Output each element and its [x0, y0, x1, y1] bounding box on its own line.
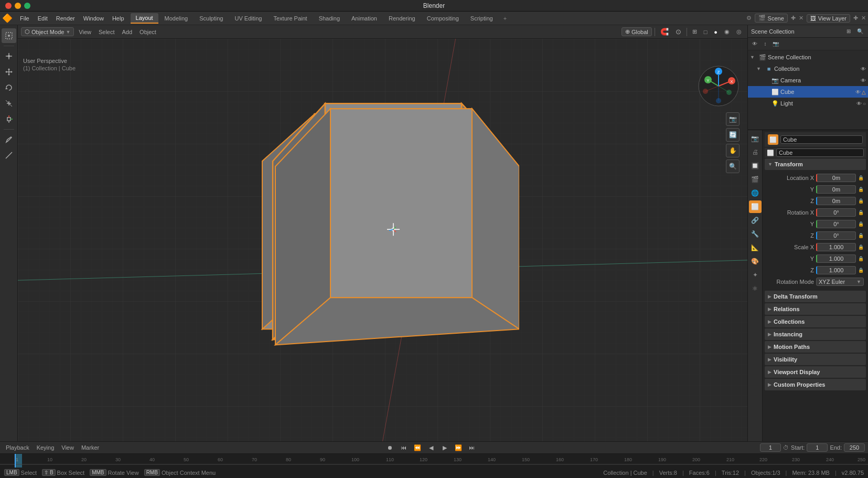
workspace-animation[interactable]: Animation	[346, 14, 382, 23]
scale-tool[interactable]	[2, 96, 16, 111]
menu-file[interactable]: File	[16, 14, 34, 23]
viewport-add-menu[interactable]: Add	[120, 28, 135, 36]
prop-physics-icon[interactable]: ⚛	[749, 282, 762, 295]
location-z-lock[interactable]: 🔒	[858, 198, 864, 204]
close-button[interactable]	[5, 3, 12, 9]
location-x-field[interactable]: 0m	[816, 174, 856, 182]
zoom-btn[interactable]: 🔍	[726, 160, 740, 173]
transform-orientation-selector[interactable]: ⊕ Global	[621, 27, 652, 36]
timeline-view-menu[interactable]: View	[59, 444, 77, 451]
scale-z-field[interactable]: 1.000	[816, 266, 856, 274]
orientation-gizmo[interactable]: X Y Z	[698, 65, 740, 107]
skip-start-btn[interactable]: ⏮	[398, 442, 410, 453]
workspace-rendering[interactable]: Rendering	[383, 14, 421, 23]
select-tool[interactable]	[2, 28, 16, 43]
workspace-shading[interactable]: Shading	[314, 14, 345, 23]
prop-material-icon[interactable]: 🎨	[749, 255, 762, 268]
visibility-header[interactable]: ▶ Visibility	[765, 354, 866, 365]
outliner-restrict-col[interactable]: 👁	[750, 39, 759, 49]
end-frame[interactable]: 250	[844, 443, 865, 452]
minimize-button[interactable]	[15, 3, 21, 9]
view-layer-new-icon[interactable]: ✚	[853, 15, 858, 22]
start-frame[interactable]: 1	[807, 443, 828, 452]
prop-scene-icon[interactable]: 🎬	[749, 173, 762, 186]
pan-btn[interactable]: ✋	[726, 144, 740, 157]
workspace-scripting[interactable]: Scripting	[465, 14, 498, 23]
prop-modifier-icon[interactable]: 🔧	[749, 228, 762, 240]
shading-render[interactable]: ◎	[734, 28, 744, 36]
collection-eye-btn[interactable]: 👁	[861, 66, 866, 72]
snap-btn[interactable]: 🧲	[658, 27, 671, 36]
next-frame-btn[interactable]: ⏩	[453, 442, 464, 453]
menu-window[interactable]: Window	[79, 14, 108, 23]
current-frame[interactable]: 1	[760, 443, 781, 452]
keying-menu[interactable]: Keying	[34, 444, 57, 451]
measure-tool[interactable]	[2, 148, 16, 163]
rotation-x-field[interactable]: 0°	[816, 208, 856, 217]
view-layer-selector[interactable]: 🖼 View Layer	[807, 14, 850, 23]
view-layer-del-icon[interactable]: ✕	[861, 15, 866, 22]
viewport-object-menu[interactable]: Object	[137, 28, 159, 36]
outliner-search-btn[interactable]: 🔍	[855, 27, 865, 36]
rotation-y-field[interactable]: 0°	[816, 220, 856, 228]
viewport-mode-selector[interactable]: ⬡ Object Mode ▼	[21, 27, 74, 36]
orbit-btn[interactable]: 🔄	[726, 128, 740, 142]
prop-output-icon[interactable]: 🖨	[749, 146, 762, 158]
timeline-ruler[interactable]: 1 10 20 30 40 50 60 70 80 90 100 110 120…	[0, 454, 868, 468]
transform-tool[interactable]	[2, 112, 16, 126]
record-btn[interactable]: ⏺	[384, 442, 396, 453]
timeline-marker-menu[interactable]: Marker	[79, 444, 102, 451]
outliner-restrict-sel[interactable]: ↕	[760, 39, 770, 49]
outliner-cube[interactable]: ⬜ Cube 👁 △	[748, 86, 868, 98]
location-y-field[interactable]: 0m	[816, 185, 856, 194]
location-x-lock[interactable]: 🔒	[858, 175, 864, 180]
location-z-field[interactable]: 0m	[816, 197, 856, 205]
timeline-cursor[interactable]	[15, 454, 16, 468]
proportional-btn[interactable]: ⊙	[673, 27, 684, 36]
annotate-tool[interactable]	[2, 132, 16, 147]
viewport-display-header[interactable]: ▶ Viewport Display	[765, 366, 866, 378]
workspace-texture-paint[interactable]: Texture Paint	[268, 14, 312, 23]
camera-eye-btn[interactable]: 👁	[861, 78, 866, 83]
workspace-uv-editing[interactable]: UV Editing	[229, 14, 267, 23]
collections-header[interactable]: ▶ Collections	[765, 316, 866, 327]
rotation-y-lock[interactable]: 🔒	[858, 221, 864, 227]
prop-data-icon[interactable]: 📐	[749, 241, 762, 254]
outliner-scene-collection[interactable]: ▼ 🎬 Scene Collection	[748, 51, 868, 63]
prop-particle-icon[interactable]: ✦	[749, 269, 762, 281]
mesh-name-input[interactable]	[776, 148, 864, 157]
cube-eye-btn[interactable]: 👁	[855, 89, 861, 95]
scene-del-icon[interactable]: ✕	[799, 15, 803, 22]
outliner-filter-btn[interactable]: ⊞	[844, 27, 853, 36]
menu-help[interactable]: Help	[108, 14, 128, 23]
rotation-x-lock[interactable]: 🔒	[858, 210, 864, 215]
transform-section-header[interactable]: ▼ Transform	[765, 158, 866, 170]
location-y-lock[interactable]: 🔒	[858, 187, 864, 192]
scene-selector[interactable]: 🎬 Scene	[755, 14, 788, 23]
outliner-light[interactable]: 💡 Light 👁 ○	[748, 98, 868, 109]
rotation-mode-select[interactable]: XYZ Euler ▼	[816, 278, 864, 286]
menu-render[interactable]: Render	[52, 14, 79, 23]
motion-paths-header[interactable]: ▶ Motion Paths	[765, 341, 866, 353]
workspace-sculpting[interactable]: Sculpting	[194, 14, 228, 23]
prop-view-layer-icon[interactable]: 🔲	[749, 160, 762, 172]
prev-frame-btn[interactable]: ⏪	[412, 442, 423, 453]
maximize-button[interactable]	[24, 3, 30, 9]
workspace-layout[interactable]: Layout	[131, 13, 158, 24]
add-workspace-button[interactable]: +	[499, 14, 511, 23]
viewport-view-menu[interactable]: View	[76, 28, 94, 36]
overlay-btn[interactable]: ⊞	[690, 28, 700, 36]
camera-view-btn[interactable]: 📷	[726, 112, 740, 126]
scale-x-lock[interactable]: 🔒	[858, 245, 864, 250]
viewport-select-menu[interactable]: Select	[96, 28, 117, 36]
delta-transform-header[interactable]: ▶ Delta Transform	[765, 291, 866, 302]
light-eye-btn[interactable]: 👁	[856, 101, 862, 107]
shading-wire[interactable]: □	[701, 28, 710, 36]
prop-render-icon[interactable]: 📷	[749, 132, 762, 145]
shading-solid[interactable]: ●	[711, 28, 720, 36]
cursor-tool[interactable]	[2, 49, 16, 63]
relations-header[interactable]: ▶ Relations	[765, 303, 866, 315]
instancing-header[interactable]: ▶ Instancing	[765, 328, 866, 340]
prop-object-icon[interactable]: ⬜	[749, 200, 762, 213]
rotate-tool[interactable]	[2, 80, 16, 95]
